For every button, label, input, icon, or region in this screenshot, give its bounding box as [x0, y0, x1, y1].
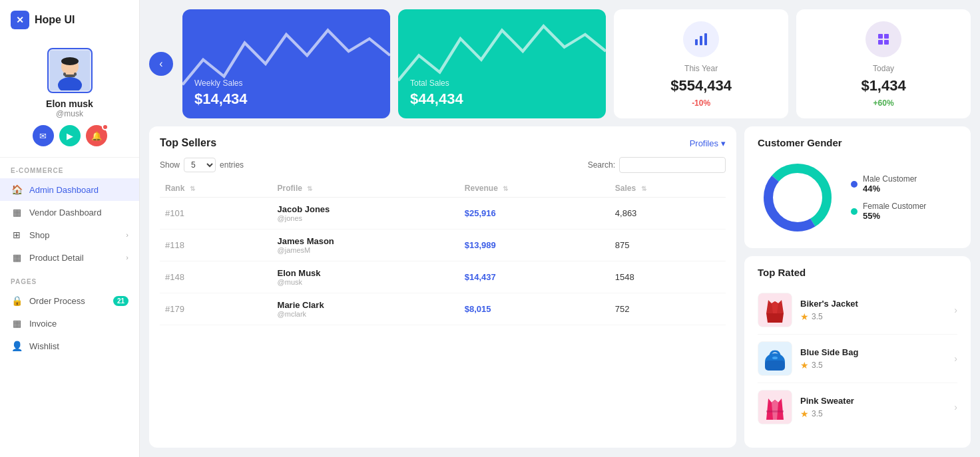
- male-dot: [851, 181, 858, 188]
- top-area: ‹ Weekly Sales $14,434 Total Sales: [140, 0, 980, 126]
- rank-cell: #148: [160, 261, 272, 293]
- sidebar-item-label: Invoice: [29, 319, 128, 329]
- top-rated-card: Top Rated Biker's Jacket ★ 3.5 › Blue Si…: [744, 256, 971, 448]
- today-label: Today: [873, 64, 894, 73]
- revenue-cell: $25,916: [459, 198, 610, 229]
- svg-rect-12: [878, 40, 883, 45]
- svg-rect-8: [700, 36, 702, 45]
- this-year-card: This Year $554,434 -10%: [614, 9, 788, 118]
- weekly-sales-card: Weekly Sales $14,434: [182, 9, 390, 118]
- rated-item[interactable]: Pink Sweater ★ 3.5 ›: [758, 383, 957, 431]
- female-legend: Female Customer 55%: [851, 202, 926, 221]
- notification-button[interactable]: 🔔: [86, 125, 107, 146]
- sidebar-item-label: Vendor Dashboard: [29, 208, 128, 218]
- sales-cell: 4,863: [610, 198, 726, 229]
- play-button[interactable]: ▶: [59, 125, 81, 146]
- sidebar-item-product-detail[interactable]: ▦ Product Detail ›: [0, 246, 139, 269]
- sellers-header: Top Sellers Profiles ▾: [160, 137, 726, 149]
- col-rank: Rank ⇅: [160, 180, 272, 198]
- rated-item[interactable]: Blue Side Bag ★ 3.5 ›: [758, 335, 957, 383]
- sidebar-item-label: Product Detail: [29, 253, 119, 263]
- rank-cell: #101: [160, 198, 272, 229]
- star-rating: 3.5: [812, 312, 823, 321]
- today-icon: [865, 21, 901, 57]
- sidebar-item-invoice[interactable]: ▦ Invoice: [0, 312, 139, 335]
- svg-rect-13: [884, 40, 889, 45]
- female-dot: [851, 208, 858, 215]
- profile-name: Elon musk: [46, 98, 93, 109]
- profiles-label: Profiles: [690, 138, 718, 148]
- stats-row: Weekly Sales $14,434 Total Sales $44,434: [182, 9, 971, 118]
- search-input[interactable]: [619, 157, 726, 173]
- rated-stars: ★ 3.5: [800, 360, 946, 371]
- profile-cell: Jacob Jones @jones: [272, 198, 459, 229]
- svg-point-24: [772, 357, 778, 359]
- rank-cell: #118: [160, 229, 272, 261]
- gender-content: Male Customer 44% Female Customer 55%: [758, 158, 957, 237]
- male-label: Male Customer: [863, 174, 917, 184]
- notification-badge: [102, 124, 109, 130]
- total-sales-label: Total Sales: [410, 78, 594, 88]
- rated-stars: ★ 3.5: [800, 311, 946, 322]
- profile-cell: James Mason @jamesM: [272, 229, 459, 261]
- rated-stars: ★ 3.5: [800, 408, 946, 419]
- sidebar: ✕ Hope UI Elon musk @musk ✉ ▶ 🔔: [0, 0, 140, 457]
- email-button[interactable]: ✉: [33, 125, 54, 146]
- weekly-sales-value: $14,434: [194, 90, 378, 108]
- rated-thumb: [758, 341, 792, 376]
- bottom-area: Top Sellers Profiles ▾ Show 5 10 25 entr…: [140, 126, 980, 457]
- svg-rect-10: [878, 34, 883, 39]
- svg-rect-28: [766, 410, 784, 412]
- sidebar-profile: Elon musk @musk ✉ ▶ 🔔: [0, 40, 139, 158]
- sidebar-item-shop[interactable]: ⊞ Shop ›: [0, 224, 139, 246]
- sellers-controls: Show 5 10 25 entries Search:: [160, 157, 726, 173]
- donut-chart: [758, 158, 838, 237]
- male-pct: 44%: [863, 184, 917, 194]
- chevron-right-icon: ›: [954, 305, 957, 315]
- svg-rect-6: [65, 75, 75, 77]
- rated-name: Pink Sweater: [800, 396, 946, 406]
- lock-icon: 🔒: [11, 295, 23, 306]
- sellers-table: Rank ⇅ Profile ⇅ Revenue ⇅ Sales: [160, 180, 726, 325]
- rated-item[interactable]: Biker's Jacket ★ 3.5 ›: [758, 286, 957, 335]
- sidebar-item-label: Admin Dashboard: [29, 185, 128, 195]
- logo-text: Hope UI: [35, 14, 75, 26]
- profile-actions: ✉ ▶ 🔔: [33, 125, 107, 146]
- sidebar-item-wishlist[interactable]: 👤 Wishlist: [0, 335, 139, 357]
- sales-cell: 752: [610, 293, 726, 325]
- table-row: #118 James Mason @jamesM $13,989 875: [160, 229, 726, 261]
- profiles-button[interactable]: Profiles ▾: [690, 138, 726, 148]
- chevron-right-icon: ›: [954, 402, 957, 412]
- total-sales-card: Total Sales $44,434: [398, 9, 606, 118]
- sort-icon: ⇅: [307, 185, 312, 192]
- today-card: Today $1,434 +60%: [796, 9, 971, 118]
- rated-list: Biker's Jacket ★ 3.5 › Blue Side Bag ★ 3…: [758, 286, 957, 431]
- back-button[interactable]: ‹: [149, 52, 173, 76]
- revenue-cell: $14,437: [459, 261, 610, 293]
- rated-info: Biker's Jacket ★ 3.5: [800, 299, 946, 322]
- sidebar-item-order-process[interactable]: 🔒 Order Process 21: [0, 289, 139, 312]
- rated-info: Pink Sweater ★ 3.5: [800, 396, 946, 419]
- weekly-sales-label: Weekly Sales: [194, 78, 378, 88]
- top-rated-title: Top Rated: [758, 267, 957, 278]
- total-sales-value: $44,434: [410, 90, 594, 108]
- this-year-label: This Year: [684, 64, 718, 73]
- star-rating: 3.5: [812, 409, 823, 418]
- star-icon: ★: [800, 311, 809, 322]
- rated-thumb: [758, 293, 792, 327]
- sellers-card: Top Sellers Profiles ▾ Show 5 10 25 entr…: [149, 126, 736, 448]
- sidebar-logo: ✕ Hope UI: [0, 11, 139, 40]
- sidebar-item-vendor-dashboard[interactable]: ▦ Vendor Dashboard: [0, 201, 139, 224]
- sidebar-item-label: Order Process: [29, 296, 107, 306]
- home-icon: 🏠: [11, 184, 23, 195]
- table-row: #179 Marie Clark @mclark $8,015 752: [160, 293, 726, 325]
- star-icon: ★: [800, 360, 809, 371]
- sort-icon: ⇅: [190, 185, 195, 192]
- col-sales: Sales ⇅: [610, 180, 726, 198]
- today-change: +60%: [873, 98, 894, 108]
- order-badge: 21: [113, 296, 128, 306]
- entries-select[interactable]: 5 10 25: [184, 158, 216, 172]
- sidebar-item-admin-dashboard[interactable]: 🏠 Admin Dashboard: [0, 178, 139, 201]
- search-row: Search:: [588, 157, 726, 173]
- rated-thumb: [758, 390, 792, 424]
